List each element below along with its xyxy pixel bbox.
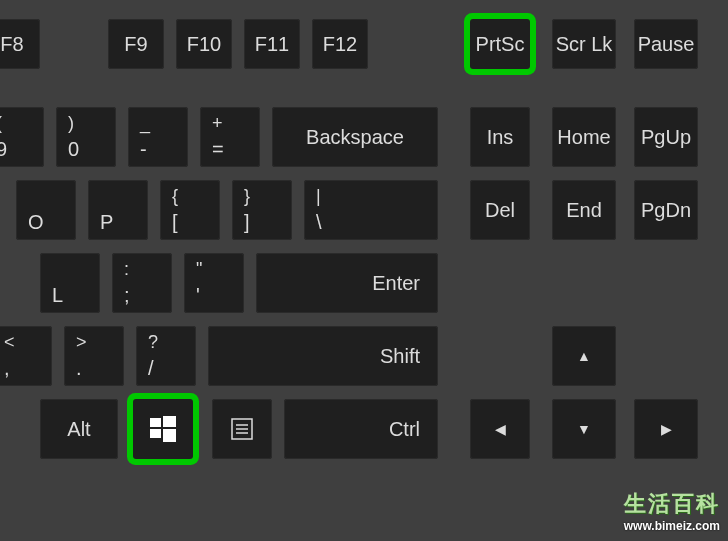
key-shift-label: ( [0,113,2,134]
key-home[interactable]: Home [552,107,616,167]
key-p[interactable]: P [88,180,148,240]
key-label: P [100,211,113,234]
key-label: = [212,138,224,161]
arrow-down-icon: ▼ [577,421,591,437]
key-lbracket[interactable]: { [ [160,180,220,240]
key-label: ; [124,284,130,307]
key-label: ] [244,211,250,234]
key-label: F9 [124,33,147,56]
key-arrow-down[interactable]: ▼ [552,399,616,459]
key-pgdn[interactable]: PgDn [634,180,698,240]
key-end[interactable]: End [552,180,616,240]
key-arrow-left[interactable]: ◀ [470,399,530,459]
watermark-line2: www.bimeiz.com [624,519,720,533]
key-label: 9 [0,138,7,161]
key-shift[interactable]: Shift [208,326,438,386]
key-prtsc[interactable]: PrtSc [470,19,530,69]
key-label: Alt [67,418,90,441]
key-label: Enter [372,272,420,295]
key-label: PrtSc [476,33,525,56]
key-enter[interactable]: Enter [256,253,438,313]
key-label: O [28,211,44,234]
watermark: 生活百科 www.bimeiz.com [624,489,720,533]
key-label: PgUp [641,126,691,149]
svg-rect-0 [150,418,161,427]
key-label: F12 [323,33,357,56]
key-pause[interactable]: Pause [634,19,698,69]
key-label: F11 [255,33,289,56]
key-shift-label: ? [148,332,158,353]
key-o[interactable]: O [16,180,76,240]
key-label: , [4,357,10,380]
svg-rect-3 [163,429,176,442]
key-label: Pause [638,33,695,56]
watermark-line1: 生活百科 [624,489,720,519]
key-pgup[interactable]: PgUp [634,107,698,167]
key-0[interactable]: ) 0 [56,107,116,167]
key-semicolon[interactable]: : ; [112,253,172,313]
key-label: - [140,138,147,161]
key-label: Ctrl [389,418,420,441]
svg-rect-1 [163,416,176,427]
arrow-up-icon: ▲ [577,348,591,364]
key-arrow-right[interactable]: ▶ [634,399,698,459]
key-label: Home [557,126,610,149]
key-menu[interactable] [212,399,272,459]
key-shift-label: > [76,332,87,353]
key-shift-label: } [244,186,250,207]
key-backslash[interactable]: | \ [304,180,438,240]
key-shift-label: + [212,113,223,134]
key-label: ' [196,284,200,307]
key-shift-label: : [124,259,129,280]
key-label: F10 [187,33,221,56]
key-shift-label: ) [68,113,74,134]
key-backspace[interactable]: Backspace [272,107,438,167]
key-minus[interactable]: _ - [128,107,188,167]
key-arrow-up[interactable]: ▲ [552,326,616,386]
key-ins[interactable]: Ins [470,107,530,167]
arrow-right-icon: ▶ [661,421,672,437]
key-label: L [52,284,63,307]
key-del[interactable]: Del [470,180,530,240]
key-quote[interactable]: " ' [184,253,244,313]
key-label: End [566,199,602,222]
key-slash[interactable]: ? / [136,326,196,386]
key-label: / [148,357,154,380]
key-f10[interactable]: F10 [176,19,232,69]
key-label: Ins [487,126,514,149]
key-alt[interactable]: Alt [40,399,118,459]
key-label: PgDn [641,199,691,222]
key-label: F8 [0,33,23,56]
key-f11[interactable]: F11 [244,19,300,69]
key-label: [ [172,211,178,234]
svg-rect-2 [150,429,161,438]
key-label: 0 [68,138,79,161]
key-f9[interactable]: F9 [108,19,164,69]
key-label: Shift [380,345,420,368]
key-ctrl[interactable]: Ctrl [284,399,438,459]
key-shift-label: _ [140,113,150,134]
key-scrlk[interactable]: Scr Lk [552,19,616,69]
key-period[interactable]: > . [64,326,124,386]
key-label: Scr Lk [556,33,613,56]
key-shift-label: | [316,186,321,207]
key-f12[interactable]: F12 [312,19,368,69]
menu-icon [231,418,253,440]
key-label: Backspace [306,126,404,149]
key-equals[interactable]: + = [200,107,260,167]
windows-logo-icon [150,416,176,442]
key-comma[interactable]: < , [0,326,52,386]
key-f8[interactable]: F8 [0,19,40,69]
key-rbracket[interactable]: } ] [232,180,292,240]
key-label: \ [316,211,322,234]
arrow-left-icon: ◀ [495,421,506,437]
key-shift-label: { [172,186,178,207]
key-label: . [76,357,82,380]
key-shift-label: " [196,259,202,280]
key-l[interactable]: L [40,253,100,313]
key-label: Del [485,199,515,222]
key-9[interactable]: ( 9 [0,107,44,167]
key-windows[interactable] [133,399,193,459]
key-shift-label: < [4,332,15,353]
